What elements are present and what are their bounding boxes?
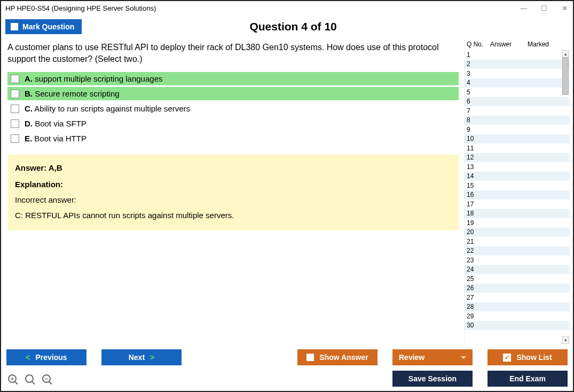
button-row-2: + − Save Session End Exam — [6, 371, 568, 387]
question-list-row[interactable]: 13 — [465, 162, 570, 172]
option-row[interactable]: A. support multiple scripting languages — [7, 72, 459, 85]
question-number: 25 — [467, 275, 479, 283]
review-label: Review — [399, 353, 424, 362]
chevron-left-icon: < — [26, 353, 30, 362]
question-number: 12 — [467, 154, 479, 161]
question-list-row[interactable]: 8 — [465, 116, 570, 125]
previous-label: Previous — [36, 353, 67, 362]
question-list-row[interactable]: 23 — [465, 255, 570, 265]
question-list-row[interactable]: 16 — [465, 190, 570, 200]
review-button[interactable]: Review — [392, 349, 473, 365]
question-sidebar: Q No. Answer Marked 12345678910111213141… — [464, 38, 570, 344]
question-list-row[interactable]: 5 — [465, 87, 570, 97]
option-text: support multiple scripting languages — [35, 74, 162, 83]
question-list-row[interactable]: 7 — [465, 106, 570, 116]
checkbox-icon[interactable] — [11, 134, 19, 143]
question-number: 17 — [467, 201, 479, 208]
save-session-button[interactable]: Save Session — [392, 371, 473, 387]
question-number: 7 — [467, 107, 479, 115]
option-letter: A. — [25, 74, 33, 83]
scroll-up-icon[interactable]: ▴ — [562, 50, 569, 58]
question-list-row[interactable]: 18 — [465, 209, 570, 219]
question-list-row[interactable]: 21 — [465, 237, 570, 246]
question-list-row[interactable]: 27 — [465, 293, 570, 302]
checkbox-icon[interactable] — [11, 90, 19, 98]
question-list-row[interactable]: 30 — [465, 321, 570, 331]
next-button[interactable]: Next > — [101, 349, 182, 365]
question-list-row[interactable]: 3 — [465, 69, 570, 78]
zoom-in-icon[interactable]: + — [6, 373, 18, 385]
question-list-row[interactable]: 22 — [465, 246, 570, 256]
question-list-row[interactable]: 4 — [465, 78, 570, 88]
option-text: Secure remote scripting — [35, 89, 119, 98]
checkbox-icon[interactable] — [11, 75, 19, 83]
zoom-reset-icon[interactable] — [23, 373, 35, 385]
option-text: Ability to run scripts against multiple … — [34, 104, 190, 113]
question-list-row[interactable]: 19 — [465, 218, 570, 228]
col-marked: Marked — [528, 41, 568, 48]
question-number: 23 — [467, 257, 479, 264]
question-list-row[interactable]: 25 — [465, 274, 570, 284]
scrollbar-track[interactable] — [562, 58, 569, 337]
question-list-row[interactable]: 17 — [465, 199, 570, 209]
option-row[interactable]: B. Secure remote scripting — [7, 87, 459, 100]
end-exam-button[interactable]: End Exam — [487, 371, 568, 387]
main-panel: A customer plans to use RESTful API to d… — [4, 38, 464, 344]
question-number: 18 — [467, 210, 479, 217]
explanation-label: Explanation: — [15, 180, 451, 189]
question-list-row[interactable]: 29 — [465, 311, 570, 321]
question-number: 30 — [467, 322, 479, 329]
option-row[interactable]: D. Boot via SFTP — [7, 117, 459, 130]
question-list-row[interactable]: 20 — [465, 228, 570, 237]
question-list-row[interactable]: 14 — [465, 172, 570, 181]
save-session-label: Save Session — [408, 374, 457, 383]
option-row[interactable]: C. Ability to run scripts against multip… — [7, 102, 459, 115]
sidebar-header: Q No. Answer Marked — [465, 38, 570, 50]
question-list-row[interactable]: 1 — [465, 50, 570, 60]
previous-button[interactable]: < Previous — [6, 349, 87, 365]
question-number: 20 — [467, 228, 479, 236]
scroll-down-icon[interactable]: ▾ — [562, 337, 569, 344]
minimize-icon[interactable]: — — [520, 4, 528, 12]
checkbox-icon[interactable] — [11, 105, 19, 113]
maximize-icon[interactable]: ☐ — [540, 4, 548, 12]
next-label: Next — [129, 353, 145, 362]
question-number: 10 — [467, 135, 479, 142]
question-list-row[interactable]: 24 — [465, 265, 570, 275]
checkbox-icon — [306, 354, 314, 361]
question-number: 26 — [467, 284, 479, 292]
question-number: 4 — [467, 79, 479, 86]
show-list-label: Show List — [516, 353, 552, 362]
question-list-row[interactable]: 11 — [465, 143, 570, 153]
question-list-row[interactable]: 12 — [465, 153, 570, 163]
question-number: 27 — [467, 294, 479, 301]
explanation-text-1: Incorrect answer: — [15, 195, 451, 204]
question-list-row[interactable]: 15 — [465, 181, 570, 190]
mark-question-button[interactable]: Mark Question — [5, 19, 82, 34]
close-icon[interactable]: ✕ — [560, 4, 569, 12]
question-list-row[interactable]: 28 — [465, 302, 570, 312]
checkbox-icon[interactable] — [11, 119, 19, 128]
question-list-row[interactable]: 26 — [465, 284, 570, 293]
col-answer: Answer — [490, 41, 528, 48]
question-number: 29 — [467, 313, 479, 320]
option-row[interactable]: E. Boot via HTTP — [7, 132, 459, 145]
question-counter: Question 4 of 10 — [82, 20, 505, 33]
chevron-right-icon: > — [150, 353, 154, 362]
question-number: 3 — [467, 70, 479, 77]
option-letter: C. — [25, 104, 33, 113]
question-list-row[interactable]: 9 — [465, 125, 570, 134]
show-answer-button[interactable]: Show Answer — [297, 349, 378, 365]
scrollbar-thumb[interactable] — [562, 58, 569, 95]
question-list-row[interactable]: 10 — [465, 134, 570, 144]
checkbox-icon — [11, 23, 18, 30]
options-list: A. support multiple scripting languagesB… — [7, 72, 459, 145]
mark-label: Mark Question — [22, 22, 74, 31]
question-number: 1 — [467, 51, 479, 59]
question-list-row[interactable]: 2 — [465, 60, 570, 69]
question-list-row[interactable]: 6 — [465, 97, 570, 107]
explanation-text-2: C: RESTFUL APIs cannot run scripts again… — [15, 211, 451, 220]
show-list-button[interactable]: ✓ Show List — [487, 349, 568, 365]
footer: < Previous Next > Show Answer Review ✓ S… — [1, 344, 573, 391]
zoom-out-icon[interactable]: − — [41, 373, 52, 385]
